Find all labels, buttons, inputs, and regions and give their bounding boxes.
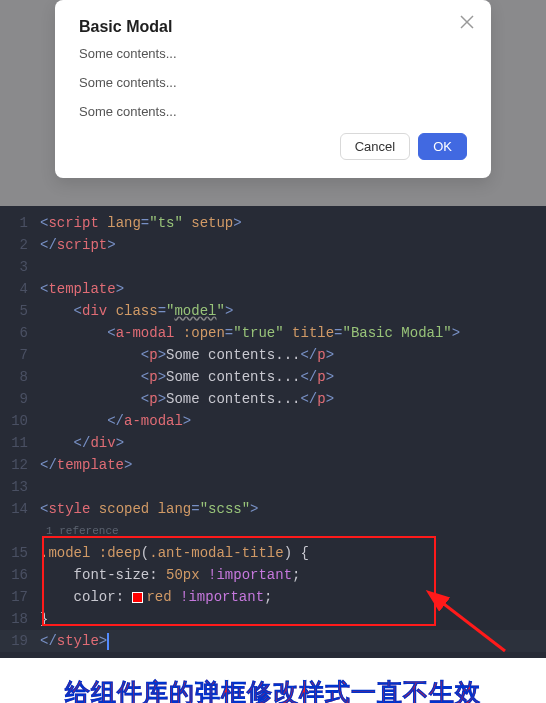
line-number: 2	[0, 234, 40, 256]
code-line[interactable]: 5 <div class="model">	[0, 300, 546, 322]
code-line[interactable]: 9 <p>Some contents...</p>	[0, 388, 546, 410]
line-number: 4	[0, 278, 40, 300]
line-number: 6	[0, 322, 40, 344]
line-number: 19	[0, 630, 40, 652]
code-line[interactable]: 15.model :deep(.ant-modal-title) {	[0, 542, 546, 564]
modal-body: Some contents... Some contents... Some c…	[79, 46, 467, 119]
code-line[interactable]: 2</script>	[0, 234, 546, 256]
modal-dialog: Basic Modal Some contents... Some conten…	[55, 0, 491, 178]
line-number: 7	[0, 344, 40, 366]
code-line[interactable]: 18}	[0, 608, 546, 630]
code-line[interactable]: 4<template>	[0, 278, 546, 300]
line-number: 18	[0, 608, 40, 630]
code-line[interactable]: 16 font-size: 50px !important;	[0, 564, 546, 586]
close-icon[interactable]	[459, 14, 475, 30]
modal-title: Basic Modal	[79, 18, 467, 36]
line-number: 14	[0, 498, 40, 520]
code-line[interactable]: 6 <a-modal :open="true" title="Basic Mod…	[0, 322, 546, 344]
line-number: 13	[0, 476, 40, 498]
line-number: 17	[0, 586, 40, 608]
code-line[interactable]: 7 <p>Some contents...</p>	[0, 344, 546, 366]
code-line[interactable]: 11 </div>	[0, 432, 546, 454]
code-line[interactable]: 1<script lang="ts" setup>	[0, 212, 546, 234]
modal-footer: Cancel OK	[79, 133, 467, 160]
code-editor[interactable]: 1<script lang="ts" setup>2</script>34<te…	[0, 206, 546, 658]
code-line[interactable]: 17 color: red !important;	[0, 586, 546, 608]
code-line[interactable]: 10 </a-modal>	[0, 410, 546, 432]
line-number: 15	[0, 542, 40, 564]
code-line[interactable]: 12</template>	[0, 454, 546, 476]
ok-button[interactable]: OK	[418, 133, 467, 160]
caption-text: 给组件库的弹框修改样式一直不生效	[65, 678, 481, 703]
code-line[interactable]: 13	[0, 476, 546, 498]
line-number: 9	[0, 388, 40, 410]
modal-line: Some contents...	[79, 104, 467, 119]
code-line[interactable]: 14<style scoped lang="scss">	[0, 498, 546, 520]
modal-line: Some contents...	[79, 75, 467, 90]
line-number: 16	[0, 564, 40, 586]
line-number: 8	[0, 366, 40, 388]
line-number: 3	[0, 256, 40, 278]
line-number: 10	[0, 410, 40, 432]
code-line[interactable]: 8 <p>Some contents...</p>	[0, 366, 546, 388]
code-line[interactable]: 19</style>	[0, 630, 546, 652]
line-number: 5	[0, 300, 40, 322]
caption-area: 给组件库的弹框修改样式一直不生效	[0, 658, 546, 703]
line-number: 11	[0, 432, 40, 454]
line-number: 1	[0, 212, 40, 234]
modal-line: Some contents...	[79, 46, 467, 61]
code-line[interactable]: 3	[0, 256, 546, 278]
modal-backdrop: Basic Modal Some contents... Some conten…	[0, 0, 546, 206]
line-number: 12	[0, 454, 40, 476]
cancel-button[interactable]: Cancel	[340, 133, 410, 160]
